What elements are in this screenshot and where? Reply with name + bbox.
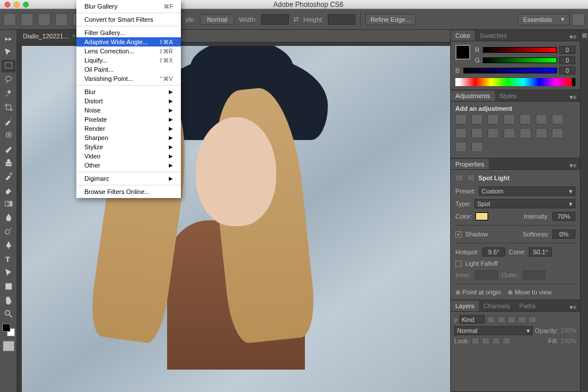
minimize-window-icon[interactable] <box>14 2 20 7</box>
eyedropper-tool[interactable] <box>2 115 16 127</box>
close-tab-icon[interactable]: × <box>72 33 76 39</box>
point-origin-button[interactable]: ⊕ Point at origin <box>455 289 501 296</box>
menu-item-blur-gallery[interactable]: Blur Gallery⌘F <box>76 2 181 11</box>
lock-pos-icon[interactable] <box>492 337 500 344</box>
filter-type-icon[interactable] <box>508 316 516 323</box>
tab-paths[interactable]: Paths <box>515 301 540 311</box>
opacity-value[interactable]: 100% <box>560 327 577 334</box>
adj-chanmix-icon[interactable] <box>488 128 499 138</box>
menu-item-noise[interactable]: Noise▶ <box>76 106 181 115</box>
close-window-icon[interactable] <box>5 2 10 7</box>
menu-item-liquify-[interactable]: Liquify...⇧⌘X <box>76 56 181 65</box>
tab-swatches[interactable]: Swatches <box>475 30 512 41</box>
r-value[interactable]: 0 <box>559 46 575 54</box>
adj-invert-icon[interactable] <box>520 128 531 138</box>
menu-item-distort[interactable]: Distort▶ <box>76 96 181 106</box>
menu-item-vanishing-point-[interactable]: Vanishing Point...⌃⌘V <box>76 74 181 83</box>
search-icon[interactable] <box>572 13 585 26</box>
preset-select[interactable]: Custom▾ <box>479 187 575 196</box>
tab-grip-icon[interactable]: ▸▸ <box>2 32 16 45</box>
hand-tool[interactable] <box>2 294 16 306</box>
adj-brightness-icon[interactable] <box>455 114 467 125</box>
wand-tool[interactable] <box>2 87 16 100</box>
adj-curves-icon[interactable] <box>488 114 499 125</box>
menu-item-pixelate[interactable]: Pixelate▶ <box>76 115 181 124</box>
tab-properties[interactable]: Properties <box>451 159 489 169</box>
menu-item-browse[interactable]: Browse Filters Online... <box>76 187 181 196</box>
filter-adj-icon[interactable] <box>497 316 505 323</box>
marquee-option-3-icon[interactable] <box>55 13 68 26</box>
height-field[interactable] <box>328 14 355 25</box>
menu-item-oil-paint-[interactable]: Oil Paint... <box>76 65 181 74</box>
path-select-tool[interactable] <box>2 266 16 279</box>
shadow-checkbox[interactable]: ✓ <box>455 231 462 238</box>
menu-item-adaptive-wide-angle-[interactable]: Adaptive Wide Angle...⇧⌘A <box>76 37 181 46</box>
cone-value[interactable]: 50.1° <box>529 247 552 257</box>
tab-styles[interactable]: Styles <box>495 91 521 101</box>
history-brush-tool[interactable] <box>2 170 16 183</box>
lasso-tool[interactable] <box>2 73 16 86</box>
b-value[interactable]: 0 <box>559 67 575 75</box>
r-slider[interactable] <box>483 47 557 53</box>
adj-levels-icon[interactable] <box>471 114 483 125</box>
menu-item-render[interactable]: Render▶ <box>76 124 181 133</box>
pen-tool[interactable] <box>2 239 16 251</box>
marquee-option-1-icon[interactable] <box>21 13 33 26</box>
fill-value[interactable]: 100% <box>560 337 577 344</box>
quick-mask-icon[interactable] <box>3 341 14 351</box>
hotspot-value[interactable]: 9.5° <box>482 247 505 257</box>
softness-value[interactable]: 0% <box>552 230 575 239</box>
crop-tool[interactable] <box>2 101 16 114</box>
panel-menu-icon[interactable]: ▾≡ <box>566 162 580 169</box>
refine-edge-button[interactable]: Refine Edge... <box>365 14 416 25</box>
swap-icon[interactable]: ⇄ <box>293 15 299 23</box>
zoom-window-icon[interactable] <box>23 2 29 7</box>
lock-pixels-icon[interactable] <box>482 337 490 344</box>
lock-trans-icon[interactable] <box>471 337 479 344</box>
dock-grip-icon[interactable] <box>582 33 587 38</box>
spectrum-ramp[interactable] <box>455 78 575 86</box>
intensity-value[interactable]: 70% <box>552 212 575 221</box>
dodge-tool[interactable] <box>2 225 16 238</box>
tab-adjustments[interactable]: Adjustments <box>451 91 495 101</box>
document-tab[interactable]: Diallo_120221... × <box>17 30 82 42</box>
filter-pixel-icon[interactable] <box>487 316 495 323</box>
g-slider[interactable] <box>483 57 557 63</box>
brush-tool[interactable] <box>2 142 16 155</box>
g-value[interactable]: 0 <box>559 56 575 64</box>
gradient-tool[interactable] <box>2 197 16 210</box>
tool-preset-icon[interactable] <box>3 13 16 26</box>
layer-kind-select[interactable]: Kind <box>459 315 485 324</box>
foreground-background-swatch[interactable] <box>2 324 15 336</box>
adj-colorbal-icon[interactable] <box>552 114 563 125</box>
menu-item-stylize[interactable]: Stylize▶ <box>76 142 181 152</box>
filter-shape-icon[interactable] <box>518 316 526 323</box>
menu-item-filter-gallery-[interactable]: Filter Gallery... <box>76 28 181 37</box>
adj-threshold-icon[interactable] <box>552 128 563 138</box>
stamp-tool[interactable] <box>2 156 16 169</box>
lock-all-icon[interactable] <box>502 337 510 344</box>
marquee-tool[interactable] <box>2 60 16 72</box>
panel-menu-icon[interactable]: ▾≡ <box>566 304 580 311</box>
adj-bw-icon[interactable] <box>455 128 467 138</box>
workspace-select[interactable]: Essentials▾ <box>518 14 570 25</box>
tab-layers[interactable]: Layers <box>451 301 479 311</box>
move-tool[interactable] <box>2 46 16 59</box>
heal-tool[interactable] <box>2 129 16 141</box>
menu-item-blur[interactable]: Blur▶ <box>76 87 181 96</box>
adj-hue-icon[interactable] <box>536 114 547 125</box>
zoom-tool[interactable] <box>2 308 16 320</box>
marquee-option-2-icon[interactable] <box>38 13 51 26</box>
adj-vibrance-icon[interactable] <box>520 114 531 125</box>
eraser-tool[interactable] <box>2 184 16 196</box>
type-tool[interactable]: T <box>2 253 16 265</box>
menu-item-video[interactable]: Video▶ <box>76 152 181 161</box>
tab-channels[interactable]: Channels <box>479 301 514 311</box>
menu-item-lens-correction-[interactable]: Lens Correction...⇧⌘R <box>76 46 181 56</box>
light-color-swatch[interactable] <box>475 212 488 220</box>
menu-item-digimarc[interactable]: Digimarc▶ <box>76 174 181 183</box>
color-current-swatch[interactable] <box>455 45 470 60</box>
menu-item-convert-smart[interactable]: Convert for Smart Filters <box>76 15 181 24</box>
move-view-button[interactable]: ⊕ Move to view <box>508 289 551 296</box>
adj-photofilter-icon[interactable] <box>471 128 483 138</box>
